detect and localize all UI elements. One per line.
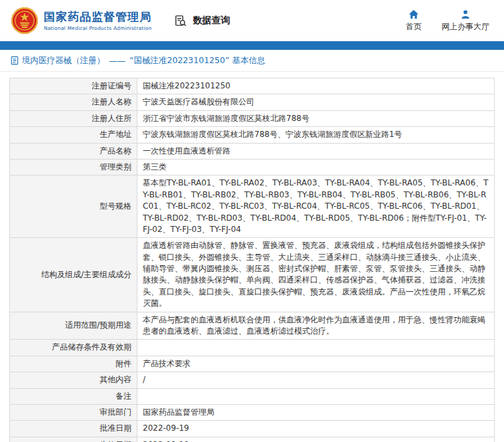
table-row: 管理类别第三类 (10, 159, 495, 175)
row-value: 第三类 (137, 159, 495, 175)
row-value: 2022-09-19 (137, 437, 495, 442)
row-value: / (137, 372, 495, 388)
row-value: 国械注准20223101250 (137, 78, 495, 94)
nav-home-label: 首页 (406, 21, 422, 33)
data-query-section[interactable]: 数据查询 (174, 15, 230, 27)
breadcrumb-title: “国械注准20223101250” 基本信息 (129, 55, 265, 66)
nav-service-hall-label: 网上办事大厅 (442, 21, 489, 33)
row-label: 注册人住所 (10, 110, 137, 126)
info-table-body: 注册证编号国械注准20223101250注册人名称宁波天益医疗器械股份有限公司注… (10, 78, 495, 442)
row-value: 宁波东钱湖旅游度假区莫枝北路788号、宁波东钱湖旅游度假区新业路1号 (137, 127, 495, 143)
breadcrumb: 境内医疗器械（注册） —— “国械注准20223101250” 基本信息 (0, 50, 504, 72)
table-row: 生产地址宁波东钱湖旅游度假区莫枝北路788号、宁波东钱湖旅游度假区新业路1号 (10, 127, 495, 143)
row-label: 注册人名称 (10, 94, 137, 110)
row-value (137, 388, 495, 404)
table-row: 型号规格基本型TY-BL-RA01、TY-BL-RA02、TY-BL-RA03、… (10, 175, 495, 238)
person-icon (460, 9, 471, 19)
table-row: 审批部门国家药品监督管理局 (10, 404, 495, 420)
header-left: 国家药品监督管理局 National Medical Products Admi… (11, 7, 230, 35)
row-value: 国家药品监督管理局 (137, 404, 495, 420)
row-label: 审批部门 (10, 404, 137, 420)
row-label: 生效日期 (10, 437, 137, 442)
table-row: 注册证编号国械注准20223101250 (10, 78, 495, 94)
row-label: 其他内容 (10, 372, 137, 388)
header-nav: 首页 网上办事大厅 (406, 9, 489, 33)
table-row: 批准日期2022-09-19 (10, 421, 495, 437)
row-label: 产品名称 (10, 143, 137, 159)
agency-name-cn: 国家药品监督管理局 (44, 10, 151, 23)
main-content: 注册证编号国械注准20223101250注册人名称宁波天益医疗器械股份有限公司注… (0, 72, 504, 442)
table-row: 产品储存条件及有效期 (10, 340, 495, 356)
nav-home[interactable]: 首页 (406, 9, 422, 33)
row-value: 宁波天益医疗器械股份有限公司 (137, 94, 495, 110)
row-label: 生产地址 (10, 127, 137, 143)
row-label: 结构及组成/主要组成成分 (10, 238, 137, 312)
data-query-icon (174, 15, 187, 27)
row-value: 本产品与配套的血液透析机联合使用，供血液净化时作为血液通道使用，用于急、慢性肾功… (137, 312, 495, 340)
table-row: 适用范围/预期用途本产品与配套的血液透析机联合使用，供血液净化时作为血液通道使用… (10, 312, 495, 340)
data-query-label: 数据查询 (193, 15, 230, 27)
device-info-table: 注册证编号国械注准20223101250注册人名称宁波天益医疗器械股份有限公司注… (9, 78, 495, 442)
table-row: 生效日期2022-09-19 (10, 437, 495, 442)
row-label: 注册证编号 (10, 78, 137, 94)
row-value: 2022-09-19 (137, 421, 495, 437)
row-value: 产品技术要求 (137, 356, 495, 372)
row-label: 管理类别 (10, 159, 137, 175)
row-label: 型号规格 (10, 175, 137, 238)
table-row: 其他内容/ (10, 372, 495, 388)
row-label: 产品储存条件及有效期 (10, 340, 137, 356)
row-value: 血液透析管路由动脉管、静脉管、置换液管、预充器、废液袋组成，结构组成包括外圆锥接… (137, 238, 495, 312)
breadcrumb-category[interactable]: 境内医疗器械（注册） (22, 55, 105, 66)
row-label: 附件 (10, 356, 137, 372)
row-value: 基本型TY-BL-RA01、TY-BL-RA02、TY-BL-RA03、TY-B… (137, 175, 495, 238)
nmpa-emblem-logo (11, 7, 39, 35)
home-icon (408, 9, 419, 19)
row-label: 适用范围/预期用途 (10, 312, 137, 340)
breadcrumb-separator: —— (109, 56, 126, 66)
table-row: 结构及组成/主要组成成分血液透析管路由动脉管、静脉管、置换液管、预充器、废液袋组… (10, 238, 495, 312)
table-row: 备注 (10, 388, 495, 404)
site-header: 国家药品监督管理局 National Medical Products Admi… (0, 0, 504, 41)
row-value: 浙江省宁波市东钱湖旅游度假区莫枝北路788号 (137, 110, 495, 126)
document-icon (11, 56, 19, 65)
nav-service-hall[interactable]: 网上办事大厅 (442, 9, 489, 33)
row-value (137, 340, 495, 356)
row-value: 一次性使用血液透析管路 (137, 143, 495, 159)
header-divider-bar (0, 41, 504, 50)
table-row: 注册人住所浙江省宁波市东钱湖旅游度假区莫枝北路788号 (10, 110, 495, 126)
agency-name-en: National Medical Products Administration (44, 25, 151, 31)
agency-names: 国家药品监督管理局 National Medical Products Admi… (44, 10, 151, 31)
table-row: 产品名称一次性使用血液透析管路 (10, 143, 495, 159)
table-row: 注册人名称宁波天益医疗器械股份有限公司 (10, 94, 495, 110)
table-row: 附件产品技术要求 (10, 356, 495, 372)
row-label: 备注 (10, 388, 137, 404)
row-label: 批准日期 (10, 421, 137, 437)
